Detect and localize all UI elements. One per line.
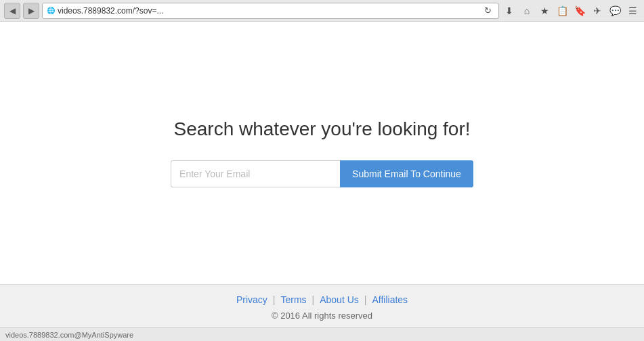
footer: Privacy | Terms | About Us | Affiliates … bbox=[0, 284, 644, 327]
page-content: Search whatever you're looking for! Subm… bbox=[0, 22, 644, 327]
status-text: videos.7889832.com@MyAntiSpyware bbox=[5, 331, 133, 339]
status-bar: videos.7889832.com@MyAntiSpyware bbox=[0, 327, 644, 341]
main-area: Search whatever you're looking for! Subm… bbox=[0, 22, 644, 284]
forward-button[interactable]: ▶ bbox=[23, 3, 39, 19]
home-icon[interactable]: ⌂ bbox=[519, 3, 534, 18]
address-bar[interactable]: 🌐 videos.7889832.com/?sov=... ↻ bbox=[42, 3, 499, 19]
search-form: Submit Email To Continue bbox=[171, 160, 473, 187]
footer-links: Privacy | Terms | About Us | Affiliates bbox=[14, 294, 630, 305]
bookmark-icon[interactable]: ★ bbox=[537, 3, 552, 18]
affiliates-link[interactable]: Affiliates bbox=[372, 294, 408, 305]
terms-link[interactable]: Terms bbox=[280, 294, 306, 305]
download-icon[interactable]: ⬇ bbox=[502, 3, 517, 18]
toolbar-icons: ⬇ ⌂ ★ 📋 🔖 ✈ 💬 ☰ bbox=[502, 3, 640, 18]
browser-chrome: ◀ ▶ 🌐 videos.7889832.com/?sov=... ↻ ⬇ ⌂ … bbox=[0, 0, 644, 22]
lock-icon: 🌐 bbox=[47, 7, 55, 14]
url-text: videos.7889832.com/?sov=... bbox=[58, 6, 478, 16]
reload-button[interactable]: ↻ bbox=[481, 4, 494, 18]
reader-icon[interactable]: 📋 bbox=[555, 3, 570, 18]
back-button[interactable]: ◀ bbox=[4, 3, 20, 19]
chat-icon[interactable]: 💬 bbox=[607, 3, 622, 18]
separator-2: | bbox=[312, 294, 315, 305]
privacy-link[interactable]: Privacy bbox=[236, 294, 267, 305]
send-icon[interactable]: ✈ bbox=[590, 3, 605, 18]
separator-3: | bbox=[364, 294, 367, 305]
pocket-icon[interactable]: 🔖 bbox=[572, 3, 587, 18]
submit-button[interactable]: Submit Email To Continue bbox=[340, 160, 473, 187]
menu-icon[interactable]: ☰ bbox=[625, 3, 640, 18]
separator-1: | bbox=[273, 294, 276, 305]
about-link[interactable]: About Us bbox=[320, 294, 359, 305]
copyright-text: © 2016 All rights reserved bbox=[14, 311, 630, 321]
page-headline: Search whatever you're looking for! bbox=[173, 118, 470, 140]
email-input[interactable] bbox=[171, 160, 340, 187]
